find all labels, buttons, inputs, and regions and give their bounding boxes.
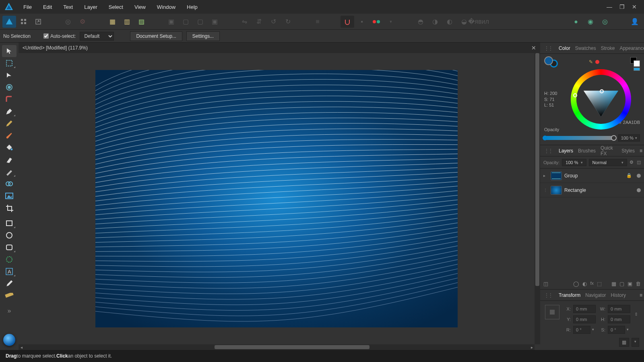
menu-select[interactable]: Select [103,0,129,14]
insert-target-icon[interactable] [369,16,383,28]
panel-drag-handle-icon[interactable]: ⋮⋮ [544,45,552,51]
boolean-subtract-icon[interactable]: ◑ [428,16,442,28]
blend-mode-select[interactable]: Normal▾ [589,159,627,166]
snapping-icon[interactable] [341,16,354,28]
layer-profiles-icon[interactable]: ◫ [637,160,641,165]
window-maximize-icon[interactable]: ❐ [619,4,625,10]
menu-help[interactable]: Help [181,0,203,14]
stock-shape-tool[interactable] [2,253,17,265]
rotate-cw-icon[interactable]: ↻ [281,16,295,28]
flip-vertical-icon[interactable]: ⇵ [252,16,266,28]
adjustment-layer-icon[interactable]: ◐ [582,281,587,287]
align-menu-icon[interactable]: ≡ [311,16,324,28]
color-wheel[interactable] [571,69,631,130]
tab-transform[interactable]: Transform [559,292,580,298]
settings-button[interactable]: Settings... [186,31,220,41]
window-close-icon[interactable]: ✕ [632,4,637,10]
persona-designer-icon[interactable] [2,16,16,28]
stock-icon[interactable]: ◉ [584,16,597,28]
resource-manager-icon[interactable]: ● [569,16,583,28]
order-forward-icon[interactable]: ▢ [193,16,207,28]
boolean-intersect-icon[interactable]: ◐ [443,16,456,28]
transform-r-input[interactable] [573,326,590,334]
fill-tool[interactable] [2,142,17,154]
lock-icon[interactable]: 🔒 [626,173,632,178]
visibility-icon[interactable] [637,174,641,178]
shape-builder-tool[interactable] [2,178,17,190]
order-front-icon[interactable]: ▣ [208,16,221,28]
color-picker-tool[interactable] [2,278,17,290]
rotate-ccw-icon[interactable]: ↺ [266,16,280,28]
insert-target-dropdown-icon[interactable]: ▼ [384,16,398,28]
lock-children-icon[interactable]: ▪ [355,16,369,28]
corner-tool[interactable] [2,93,17,105]
measure-tool[interactable] [2,290,17,302]
transform-s-input[interactable] [608,326,625,334]
layer-name[interactable]: Group [564,173,624,179]
rounded-rectangle-tool[interactable] [2,241,17,253]
boolean-combine-icon[interactable]: �явил [472,16,485,28]
default-colors-swatch[interactable] [630,57,640,67]
place-image-tool[interactable] [2,190,17,202]
autoselect-mode-select[interactable]: Default [80,32,114,41]
flip-horizontal-icon[interactable]: ⇋ [237,16,251,28]
tab-history[interactable]: History [611,292,626,298]
anchor-selector[interactable] [545,305,559,319]
crop-tool[interactable] [2,202,17,214]
knife-tool[interactable] [2,166,17,178]
persona-pixel-icon[interactable] [17,16,31,28]
crop-layer-icon[interactable]: ⬚ [597,281,602,287]
tab-stroke[interactable]: Stroke [601,45,615,51]
order-backward-icon[interactable]: ▢ [179,16,192,28]
autoselect-checkbox[interactable]: Auto-select: [43,33,76,39]
transform-h-input[interactable] [608,315,630,323]
group-layers-icon[interactable]: ▣ [627,281,632,287]
tab-color[interactable]: Color [559,45,570,51]
layer-row-group[interactable]: ▸ Group 🔒 [540,169,644,183]
vertical-scrollbar[interactable] [535,53,540,344]
order-back-icon[interactable]: ▣ [164,16,178,28]
node-tool[interactable] [2,69,17,81]
persona-export-icon[interactable] [31,16,45,28]
transform-x-input[interactable] [573,305,596,313]
viewport[interactable] [19,53,535,344]
layer-name[interactable]: Rectangle [564,187,634,193]
account-icon[interactable]: 👤 [628,16,642,28]
tab-navigator[interactable]: Navigator [585,292,606,298]
menu-layer[interactable]: Layer [78,0,103,14]
marquee-tool[interactable] [2,57,17,69]
transform-y-input[interactable] [573,315,596,323]
link-dimensions-icon[interactable]: ⇕ [633,312,639,317]
tab-swatches[interactable]: Swatches [575,45,596,51]
layer-settings-icon[interactable]: ⚙ [630,160,634,165]
snap-pixel-icon[interactable]: ▨ [134,16,148,28]
tab-appearance[interactable]: Appearance [619,45,644,51]
edit-all-layers-icon[interactable]: ◫ [543,281,548,287]
delete-layer-icon[interactable]: 🗑 [636,281,641,287]
current-color-dot-icon[interactable] [595,60,599,64]
tab-styles[interactable]: Styles [621,148,635,154]
expand-icon[interactable]: ▸ [543,173,548,178]
menu-text[interactable]: Text [58,0,78,14]
visibility-icon[interactable] [637,188,641,192]
eyedropper-icon[interactable]: ✎ [589,59,593,65]
panel-drag-handle-icon[interactable]: ⋮⋮ [544,148,552,154]
customize-tools-icon[interactable]: » [2,305,17,317]
document-tab[interactable]: <Untitled> [Modified] (117.9%) [23,45,88,51]
snap-midpoints-icon[interactable]: ▥ [120,16,134,28]
panel-menu-icon[interactable]: ≡ [640,292,642,298]
transform-w-input[interactable] [608,305,630,313]
transform-options-dropdown-icon[interactable]: ▾ [632,338,639,347]
opacity-slider[interactable] [544,136,615,140]
fx-layer-icon[interactable]: fx [590,281,594,287]
fill-stroke-swatch[interactable] [544,56,558,68]
tab-layers[interactable]: Layers [559,148,573,154]
add-layer-icon[interactable]: ▢ [619,281,624,287]
menu-file[interactable]: File [18,0,37,14]
menu-view[interactable]: View [129,0,151,14]
assets-icon[interactable]: ◎ [598,16,612,28]
horizontal-scrollbar[interactable]: ◂▸ [19,344,535,350]
opacity-value-input[interactable]: 100 %▾ [618,134,640,142]
snap-bounds-icon[interactable]: ▦ [105,16,119,28]
tab-brushes[interactable]: Brushes [578,148,596,154]
